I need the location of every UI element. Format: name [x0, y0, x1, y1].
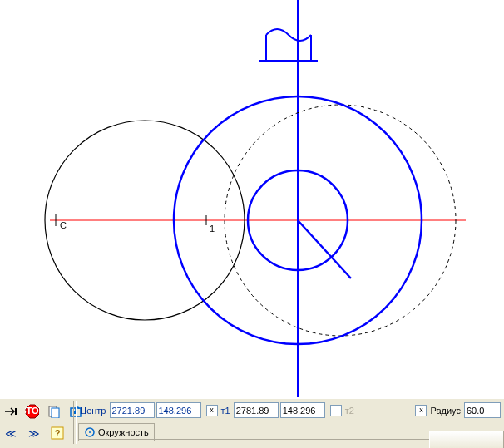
svg-text:?: ?: [55, 428, 61, 438]
fields-row: Центр x т1 т2: [78, 402, 356, 418]
panel-separator: [73, 401, 77, 444]
center-y-input[interactable]: [156, 402, 201, 418]
circle-tool-icon: [84, 426, 96, 438]
tab-strip: Окружность: [78, 422, 155, 441]
t1-x-input[interactable]: [234, 402, 279, 418]
t2-checkbox[interactable]: [330, 405, 342, 416]
point-1-label: 1: [210, 224, 215, 234]
corner-button[interactable]: [429, 431, 504, 448]
radius-label: Радиус: [428, 406, 462, 416]
svg-point-14: [89, 431, 91, 433]
t1-checkbox[interactable]: x: [206, 405, 218, 416]
t1-label: т1: [220, 406, 232, 416]
copy-props-icon[interactable]: [45, 402, 63, 421]
radius-checkbox[interactable]: x: [415, 405, 427, 416]
stop-icon[interactable]: STOP: [23, 402, 42, 421]
panel-icons-row1: STOP: [2, 402, 85, 421]
t2-label: т2: [343, 406, 356, 416]
panel-icons-row2: ≪ ≫ ?: [2, 424, 67, 442]
svg-rect-4: [15, 408, 17, 415]
radius-input[interactable]: [464, 402, 501, 418]
help-icon[interactable]: ?: [48, 424, 67, 442]
svg-rect-8: [52, 408, 59, 418]
origin-label: С: [60, 220, 67, 230]
nav-back-icon[interactable]: ≪: [2, 424, 20, 442]
t1-y-input[interactable]: [280, 402, 325, 418]
radius-group: x Радиус: [412, 402, 501, 418]
center-x-input[interactable]: [110, 402, 155, 418]
nav-forward-icon[interactable]: ≫: [25, 424, 43, 442]
tab-circle-label: Окружность: [98, 427, 149, 437]
property-panel: STOP ≪ ≫ ? Центр x т1 т2 x Радиус Окружн…: [0, 397, 504, 448]
svg-text:STOP: STOP: [25, 406, 40, 416]
interrupt-icon[interactable]: [2, 402, 20, 421]
center-label: Центр: [78, 406, 108, 416]
drawing-canvas[interactable]: С 1: [0, 0, 504, 397]
roughness-marker: [259, 29, 318, 61]
drawing-svg: С 1: [0, 0, 504, 397]
